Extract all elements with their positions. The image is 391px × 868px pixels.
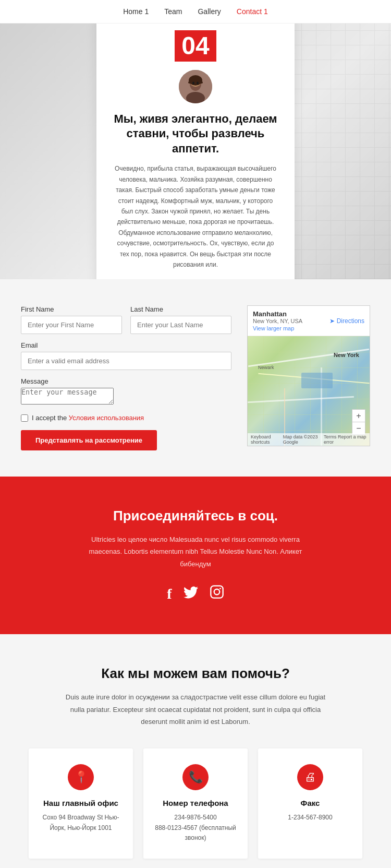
map-header: Manhattan New York, NY, USA View larger …: [248, 306, 370, 336]
svg-rect-8: [200, 81, 203, 84]
hero-title: Мы, живя элегантно, делаем ставни, чтобы…: [112, 112, 279, 157]
terms-text: I accept the: [32, 414, 69, 422]
map-footer: Keyboard shortcuts Map data ©2023 Google…: [248, 433, 370, 446]
facebook-icon[interactable]: f: [167, 586, 172, 602]
submit-button[interactable]: Представлять на рассмотрение: [21, 430, 157, 450]
map-title: Manhattan: [253, 310, 302, 318]
help-text: Duis aute irure dolor in осуждении за сл…: [65, 691, 326, 728]
avatar: [179, 70, 212, 103]
directions-label: Directions: [337, 317, 364, 325]
fax-card-title: Факс: [268, 799, 352, 807]
help-section: Как мы можем вам помочь? Duis aute irure…: [0, 634, 391, 868]
phone-card-title: Номер телефона: [154, 799, 237, 807]
map-directions-link[interactable]: ➤ Directions: [329, 317, 364, 325]
map-subtitle: New York, NY, USA: [253, 318, 302, 324]
social-text: Ultricies leo целое число Malesuada nunc…: [81, 533, 310, 570]
terms-link[interactable]: Условия использования: [69, 414, 144, 422]
contact-form-wrap: First Name Last Name Email Message I acc…: [21, 305, 231, 450]
last-name-label: Last Name: [130, 305, 231, 313]
twitter-icon[interactable]: [184, 586, 198, 602]
office-card-title: Наш главный офис: [39, 799, 123, 807]
navigation: Home 1 Team Gallery Contact 1: [0, 0, 391, 23]
map-wrap: Manhattan New York, NY, USA View larger …: [247, 305, 370, 446]
info-cards-grid: 📍 Наш главный офис Сохо 94 Broadway St Н…: [21, 748, 370, 868]
contact-section: First Name Last Name Email Message I acc…: [0, 279, 391, 477]
map-zoom-controls: + −: [352, 409, 365, 435]
info-card-phone: 📞 Номер телефона 234-9876-5400 888-0123-…: [143, 748, 248, 859]
svg-point-5: [192, 81, 194, 84]
first-name-input[interactable]: [21, 316, 122, 334]
map-larger-link[interactable]: View larger map: [253, 325, 302, 331]
help-title: Как мы можем вам помочь?: [21, 665, 370, 682]
nav-gallery[interactable]: Gallery: [198, 7, 221, 16]
email-label: Email: [21, 341, 231, 349]
message-group: Message: [21, 377, 231, 407]
fax-card-text: 1-234-567-8900: [268, 813, 352, 823]
nav-home[interactable]: Home 1: [123, 7, 149, 16]
map-info: Manhattan New York, NY, USA View larger …: [253, 310, 302, 331]
info-card-office: 📍 Наш главный офис Сохо 94 Broadway St Н…: [29, 748, 133, 859]
hero-section: 04 Мы, живя элегантно, делаем ставни, чт…: [0, 23, 391, 279]
map-container: Manhattan New York, NY, USA View larger …: [247, 305, 370, 446]
map-water: [301, 373, 333, 388]
social-icons-row: f: [21, 585, 370, 603]
form-name-row: First Name Last Name: [21, 305, 231, 334]
map-body: New York Newark + −: [248, 336, 370, 446]
svg-point-11: [219, 588, 221, 589]
map-zoom-in-button[interactable]: +: [352, 410, 365, 422]
first-name-label: First Name: [21, 305, 122, 313]
nav-contact[interactable]: Contact 1: [237, 7, 268, 16]
message-textarea[interactable]: [21, 388, 114, 405]
office-card-text: Сохо 94 Broadway St Нью-Йорк, Нью-Йорк 1…: [39, 813, 123, 833]
phone-card-text: 234-9876-5400 888-0123-4567 (бесплатный …: [154, 813, 237, 843]
directions-arrow-icon: ➤: [329, 317, 335, 325]
message-label: Message: [21, 377, 231, 385]
email-group: Email: [21, 341, 231, 370]
instagram-icon[interactable]: [210, 585, 224, 603]
first-name-group: First Name: [21, 305, 122, 334]
terms-checkbox-row: I accept the Условия использования: [21, 414, 231, 422]
svg-rect-7: [188, 81, 191, 84]
map-footer-left: Keyboard shortcuts: [251, 434, 283, 445]
social-title: Присоединяйтесь в соц.: [21, 508, 370, 524]
map-label-ny: New York: [334, 352, 359, 358]
fax-icon: 🖨: [297, 764, 323, 790]
office-icon: 📍: [68, 764, 94, 790]
info-card-fax: 🖨 Факс 1-234-567-8900: [258, 748, 362, 859]
nav-team[interactable]: Team: [164, 7, 182, 16]
map-label-newark: Newark: [258, 365, 274, 370]
svg-point-4: [189, 75, 202, 86]
social-section: Присоединяйтесь в соц. Ultricies leo цел…: [0, 477, 391, 634]
svg-rect-9: [211, 586, 223, 598]
svg-point-6: [197, 81, 199, 84]
phone-icon: 📞: [182, 764, 209, 790]
hero-number: 04: [175, 30, 216, 62]
hero-card: 04 Мы, живя элегантно, делаем ставни, чт…: [96, 23, 295, 279]
hero-body: Очевидно, прибыла статья, выражающая выс…: [112, 163, 279, 270]
email-input[interactable]: [21, 352, 231, 370]
map-footer-mid: Map data ©2023 Google: [283, 434, 324, 445]
svg-point-10: [214, 589, 219, 595]
terms-label: I accept the Условия использования: [32, 414, 144, 422]
last-name-group: Last Name: [130, 305, 231, 334]
last-name-input[interactable]: [130, 316, 231, 334]
map-footer-right: Terms Report a map error: [324, 434, 366, 445]
terms-checkbox[interactable]: [21, 414, 28, 422]
